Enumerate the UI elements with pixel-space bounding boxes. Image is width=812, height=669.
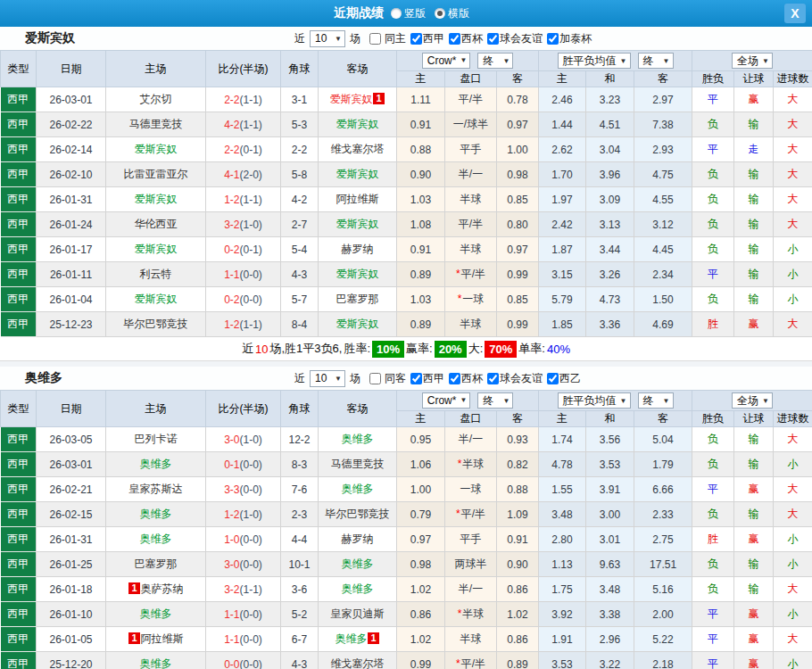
comp-checkbox[interactable] xyxy=(487,33,499,45)
col-mean-home: 主 xyxy=(539,411,586,427)
radio-icon-horizontal[interactable] xyxy=(435,8,445,19)
result-wdl: 负 xyxy=(692,162,734,187)
match-row: 西甲26-01-31奥维多1-0(0-0)4-4赫罗纳0.97平手0.912.8… xyxy=(1,527,812,552)
comp-filter-segunda[interactable]: 西乙 xyxy=(543,371,581,386)
col-odds-away: 客 xyxy=(497,71,539,87)
team-name: 赫罗纳 xyxy=(342,243,374,255)
comp-filter-friendly[interactable]: 球会友谊 xyxy=(483,371,543,386)
match-count-select[interactable]: 10 ▼ xyxy=(310,370,345,387)
comp-checkbox[interactable] xyxy=(547,373,559,384)
layout-option-vertical[interactable]: 竖版 xyxy=(391,6,426,21)
final-mean-select[interactable]: 终▼ xyxy=(638,53,674,69)
away-odds: 1.02 xyxy=(497,602,539,627)
corner-count: 2-2 xyxy=(281,137,319,162)
mean-home: 4.78 xyxy=(539,452,586,477)
away-odds: 0.78 xyxy=(497,87,539,112)
home-odds: 0.89 xyxy=(397,312,445,337)
team-name: 赫罗纳 xyxy=(342,533,374,545)
final-odds-select[interactable]: 终▼ xyxy=(477,53,513,69)
corner-count: 12-2 xyxy=(281,427,319,452)
mean-select[interactable]: 胜平负均值▼ xyxy=(558,53,631,69)
score-cell: 1-1(0-0) xyxy=(206,602,281,627)
comp-checkbox[interactable] xyxy=(449,33,460,45)
fulltime-score: 3-2 xyxy=(224,583,239,596)
radio-icon-vertical[interactable] xyxy=(391,8,402,19)
score-cell: 2-2(1-1) xyxy=(206,87,281,112)
home-team-cell: 艾尔切 xyxy=(106,87,206,112)
team-name: 奥维多 xyxy=(342,433,374,445)
fulltime-score: 1-2 xyxy=(224,508,239,521)
close-icon[interactable]: X xyxy=(784,4,806,23)
match-date: 26-01-17 xyxy=(37,237,106,262)
mean-draw: 3.04 xyxy=(586,137,634,162)
team-name: 奥维多 xyxy=(342,483,374,495)
match-date: 26-02-10 xyxy=(37,162,106,187)
handicap-line: *平/半 xyxy=(445,502,497,527)
comp-checkbox[interactable] xyxy=(487,373,499,384)
comp-filter-friendly[interactable]: 球会友谊 xyxy=(483,31,543,46)
layout-vertical-label: 竖版 xyxy=(404,6,426,21)
result-wdl: 负 xyxy=(692,237,734,262)
away-team-cell: 爱斯宾奴 xyxy=(319,162,397,187)
handicap-line: 平/半 xyxy=(445,212,497,237)
chevron-down-icon: ▼ xyxy=(620,57,627,65)
match-row: 西甲26-01-25巴塞罗那3-0(0-0)10-1奥维多0.98两球半0.90… xyxy=(1,552,812,577)
result-goals: 大 xyxy=(774,187,812,212)
match-row: 西甲26-02-15奥维多1-2(1-0)2-3毕尔巴鄂竞技0.79*平/半1.… xyxy=(1,502,812,527)
corner-count: 4-3 xyxy=(281,262,319,287)
bookmaker-select[interactable]: Crow*▼ xyxy=(422,53,471,69)
same-home-filter[interactable]: 同主 xyxy=(362,31,406,46)
away-team-cell: 阿拉维斯 xyxy=(319,187,397,212)
team-name: 毕尔巴鄂竞技 xyxy=(326,508,390,520)
chevron-down-icon: ▼ xyxy=(335,35,342,43)
home-odds: 0.89 xyxy=(397,262,445,287)
same-home-checkbox[interactable] xyxy=(369,33,381,45)
comp-filter-copa[interactable]: 西杯 xyxy=(444,371,483,386)
home-team-cell: 巴塞罗那 xyxy=(106,552,206,577)
corner-count: 4-4 xyxy=(281,527,319,552)
mean-home: 2.46 xyxy=(539,87,586,112)
fulltime-score: 2-2 xyxy=(224,144,239,156)
halftime-score: (1-0) xyxy=(240,219,262,231)
comp-checkbox[interactable] xyxy=(449,373,460,384)
match-date: 26-01-11 xyxy=(37,262,106,287)
match-count-select[interactable]: 10 ▼ xyxy=(310,30,345,47)
comp-filter-laliga[interactable]: 西甲 xyxy=(406,371,444,386)
result-handicap: 赢 xyxy=(734,312,774,337)
comp-filter-laliga[interactable]: 西甲 xyxy=(406,31,444,46)
home-team-cell: 爱斯宾奴 xyxy=(106,187,206,212)
fulltime-score: 3-3 xyxy=(224,483,239,496)
league-badge: 西甲 xyxy=(1,187,37,212)
layout-option-horizontal[interactable]: 横版 xyxy=(435,6,469,21)
match-date: 26-03-01 xyxy=(37,87,106,112)
fulltime-score: 4-1 xyxy=(224,169,239,181)
result-goals: 小 xyxy=(774,552,812,577)
same-away-checkbox[interactable] xyxy=(369,373,381,384)
team-name: 奥萨苏纳 xyxy=(141,582,184,595)
team-name: 爱斯宾奴 xyxy=(135,143,178,155)
win-rate-label: 胜率: xyxy=(344,341,370,357)
mean-group-header: 胜平负均值▼终▼ xyxy=(539,391,692,411)
fulltime-select[interactable]: 全场▼ xyxy=(732,392,773,409)
comp-filter-copa[interactable]: 西杯 xyxy=(444,31,483,46)
team-name: 阿拉维斯 xyxy=(141,632,184,645)
comp-checkbox[interactable] xyxy=(547,33,559,45)
mean-select[interactable]: 胜平负均值▼ xyxy=(558,392,631,409)
comp-checkbox[interactable] xyxy=(410,373,422,384)
home-team-cell: 1奥萨苏纳 xyxy=(106,577,206,602)
match-row: 西甲26-02-14爱斯宾奴2-2(0-1)2-2维戈塞尔塔0.88平手1.00… xyxy=(1,137,812,162)
comp-checkbox[interactable] xyxy=(410,33,422,45)
handicap-line: *半球 xyxy=(445,602,497,627)
final-mean-select[interactable]: 终▼ xyxy=(638,392,674,409)
mean-away: 1.79 xyxy=(634,452,692,477)
comp-filter-catalunya[interactable]: 加泰杯 xyxy=(543,31,592,46)
result-handicap: 输 xyxy=(734,212,774,237)
chevron-down-icon: ▼ xyxy=(663,397,670,405)
fulltime-select[interactable]: 全场▼ xyxy=(732,53,773,69)
match-date: 26-03-01 xyxy=(37,452,106,477)
final-odds-select[interactable]: 终▼ xyxy=(477,392,513,409)
result-handicap: 赢 xyxy=(734,627,774,652)
same-away-filter[interactable]: 同客 xyxy=(362,371,406,386)
result-wdl: 胜 xyxy=(692,312,734,337)
bookmaker-select[interactable]: Crow*▼ xyxy=(422,392,471,409)
